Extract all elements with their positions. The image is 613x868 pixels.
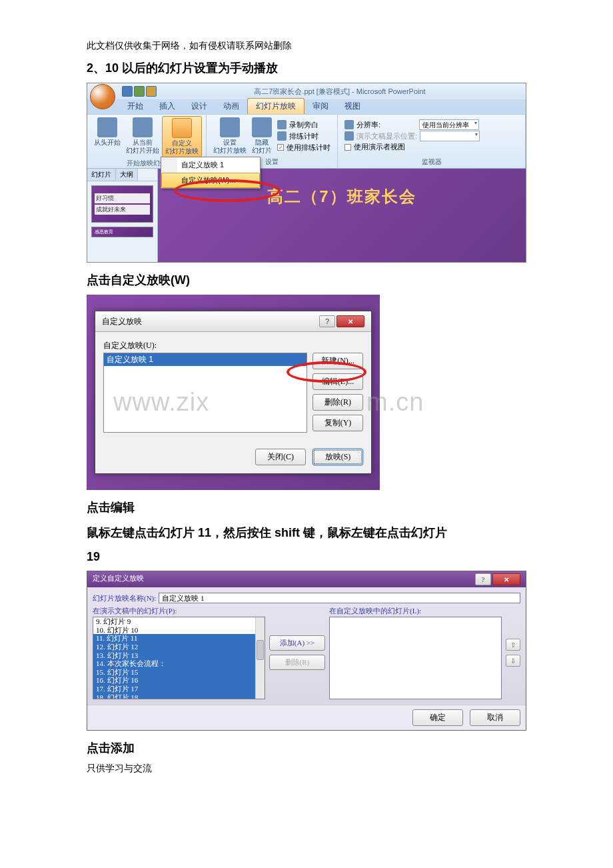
remove-slide-button[interactable]: 删除(R) <box>269 655 325 670</box>
remove-button[interactable]: 删除(R) <box>312 394 363 411</box>
side-tab-slides[interactable]: 幻灯片 <box>87 169 116 181</box>
show-on-icon <box>344 131 354 141</box>
dialog-screenshot-bg: 自定义放映 ? ✕ 自定义放映(U): 自定义放映 1 新建(N)... 编辑(… <box>87 295 380 490</box>
caption-19: 19 <box>87 550 526 564</box>
tab-slideshow[interactable]: 幻灯片放映 <box>247 98 305 114</box>
slide-list-item[interactable]: 16. 幻灯片 16 <box>93 676 265 685</box>
slide-thumbnail-2[interactable]: 感恩教育 <box>91 227 153 237</box>
resolution-combo[interactable]: 使用当前分辨率 <box>419 119 479 130</box>
slide-list-item[interactable]: 13. 幻灯片 13 <box>93 651 265 660</box>
new-button[interactable]: 新建(N)... <box>312 353 363 369</box>
slide-thumbnail-1[interactable]: 好习惯 成就好未来 <box>91 185 153 223</box>
slide-list-item[interactable]: 14. 本次家长会流程： <box>93 659 265 668</box>
rehearse-icon <box>277 131 287 141</box>
powerpoint-screenshot: 高二7班家长会.ppt [兼容模式] - Microsoft PowerPoin… <box>87 83 526 263</box>
custom-show-list-label: 自定义放映(U): <box>103 340 363 351</box>
dialog3-help-button[interactable]: ? <box>475 573 491 585</box>
slide-list-item[interactable]: 15. 幻灯片 15 <box>93 668 265 677</box>
dialog-help-button[interactable]: ? <box>319 315 335 327</box>
left-list-label: 在演示文稿中的幻灯片(P): <box>93 606 265 616</box>
tab-design[interactable]: 设计 <box>183 99 215 114</box>
qat-redo-icon[interactable] <box>146 86 157 97</box>
tab-insert[interactable]: 插入 <box>151 99 183 114</box>
slide-list-item[interactable]: 9. 幻灯片 9 <box>93 617 265 626</box>
hide-slide-button[interactable]: 隐藏 幻灯片 <box>249 116 275 156</box>
cancel-button[interactable]: 取消 <box>470 709 520 726</box>
custom-show-dropdown: 自定义放映 1 自定义放映(W)... <box>161 157 261 189</box>
caption-click-edit: 点击编辑 <box>87 499 526 515</box>
record-narration-chk[interactable]: 录制旁白 <box>289 120 318 130</box>
caption-shift-select: 鼠标左键点击幻灯片 11，然后按住 shift 键，鼠标左键在点击幻灯片 <box>87 525 526 541</box>
add-button[interactable]: 添加(A) >> <box>269 635 325 651</box>
setup-slideshow-button[interactable]: 设置 幻灯片放映 <box>211 116 249 156</box>
slide-list-item[interactable]: 10. 幻灯片 10 <box>93 626 265 635</box>
side-tab-outline[interactable]: 大纲 <box>116 169 138 181</box>
ribbon-tabs: 开始 插入 设计 动画 幻灯片放映 审阅 视图 <box>87 99 526 114</box>
page-footer: 只供学习与交流 <box>87 763 526 775</box>
qat-undo-icon[interactable] <box>134 86 145 97</box>
qat-save-icon[interactable] <box>122 86 133 97</box>
menu-custom-show-w[interactable]: 自定义放映(W)... <box>161 173 260 188</box>
slide-list-item[interactable]: 12. 幻灯片 12 <box>93 643 265 651</box>
dialog-title: 自定义放映 <box>102 316 142 327</box>
slideshow-name-input[interactable] <box>159 593 520 603</box>
resolution-icon <box>344 120 354 129</box>
tab-animation[interactable]: 动画 <box>215 99 247 114</box>
move-up-button[interactable]: ⇧ <box>506 639 520 651</box>
ok-button[interactable]: 确定 <box>412 709 463 726</box>
close-button[interactable]: 关闭(C) <box>255 449 306 465</box>
from-beginning-button[interactable]: 从头开始 <box>91 116 123 157</box>
dialog-close-button[interactable]: ✕ <box>336 315 364 327</box>
right-list-label: 在自定义放映中的幻灯片(L): <box>329 606 502 616</box>
scroll-thumb[interactable] <box>257 640 264 660</box>
slide-list-item[interactable]: 11. 幻灯片 11 <box>93 634 265 643</box>
window-title: 高二7班家长会.ppt [兼容模式] - Microsoft PowerPoin… <box>254 87 425 97</box>
copy-button[interactable]: 复制(Y) <box>312 415 363 431</box>
show-button[interactable]: 放映(S) <box>312 449 363 465</box>
dialog3-title: 定义自定义放映 <box>93 573 144 585</box>
custom-show-slides-list[interactable] <box>329 617 502 699</box>
custom-show-listbox[interactable]: 自定义放映 1 <box>103 353 307 433</box>
tab-home[interactable]: 开始 <box>119 99 151 114</box>
from-current-button[interactable]: 从当前 幻灯片开始 <box>123 116 162 157</box>
custom-slideshow-button[interactable]: 自定义 幻灯片放映 <box>162 116 202 157</box>
rehearse-timing-chk[interactable]: 排练计时 <box>289 131 318 141</box>
office-button[interactable] <box>90 84 115 109</box>
group-monitor-label: 监视器 <box>342 156 521 167</box>
dialog3-close-button[interactable]: ✕ <box>492 573 520 585</box>
record-icon <box>277 120 287 129</box>
slideshow-name-label: 幻灯片放映名称(N): <box>93 593 156 603</box>
tab-view[interactable]: 视图 <box>336 99 368 114</box>
watermark-right: m.cn <box>366 388 424 417</box>
caption-click-custom: 点击自定义放映(W) <box>87 272 526 288</box>
custom-show-dialog: 自定义放映 ? ✕ 自定义放映(U): 自定义放映 1 新建(N)... 编辑(… <box>95 311 372 474</box>
presenter-view-checkbox[interactable] <box>344 144 351 151</box>
section-heading: 2、10 以后的幻灯片设置为手动播放 <box>87 60 526 76</box>
edit-button[interactable]: 编辑(E)... <box>312 373 363 390</box>
menu-custom-show-1[interactable]: 自定义放映 1 <box>161 157 260 173</box>
list-item-custom-1[interactable]: 自定义放映 1 <box>104 353 306 366</box>
presentation-slides-list[interactable]: 9. 幻灯片 910. 幻灯片 1011. 幻灯片 1112. 幻灯片 1213… <box>93 617 265 699</box>
move-down-button[interactable]: ⇩ <box>506 655 520 667</box>
slide-list-item[interactable]: 17. 幻灯片 17 <box>93 685 265 693</box>
scrollbar[interactable] <box>255 617 265 699</box>
define-custom-show-dialog: 定义自定义放映 ? ✕ 幻灯片放映名称(N): 在演示文稿中的幻灯片(P): 9… <box>87 571 526 731</box>
use-timing-checkbox[interactable]: ✓ <box>277 144 284 151</box>
show-on-combo[interactable] <box>420 131 480 141</box>
tab-review[interactable]: 审阅 <box>305 99 336 114</box>
slide-list-item[interactable]: 18. 幻灯片 18 <box>93 693 265 699</box>
collection-notice: 此文档仅供收集于网络，如有侵权请联系网站删除 <box>87 40 526 52</box>
caption-click-add: 点击添加 <box>87 740 526 756</box>
